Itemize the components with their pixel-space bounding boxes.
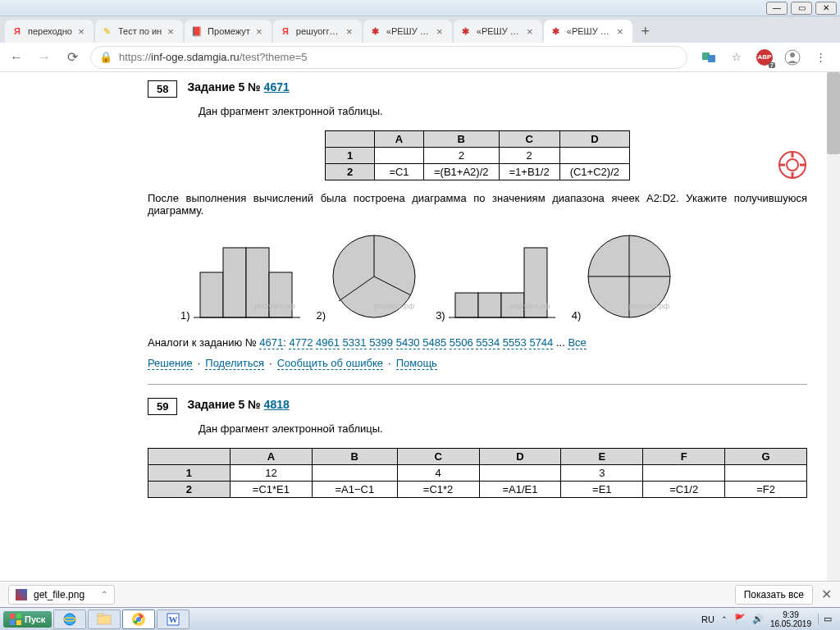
browser-tab[interactable]: ✎Тест по ин×: [95, 20, 183, 43]
spreadsheet-58: ABCD 122 2=C1=(B1+A2)/2=1+B1/2(C1+C2)/2: [325, 130, 630, 180]
analog-main-link[interactable]: 4671: [259, 336, 283, 349]
svg-rect-26: [16, 620, 21, 625]
window-close[interactable]: ✕: [815, 2, 837, 15]
svg-rect-8: [246, 248, 269, 317]
tab-close-icon[interactable]: ×: [614, 25, 626, 37]
tab-close-icon[interactable]: ×: [344, 25, 355, 37]
forward-button[interactable]: →: [34, 48, 54, 67]
taskbar-ie-icon[interactable]: [53, 609, 86, 629]
download-item[interactable]: get_file.png ⌃: [8, 585, 115, 605]
windows-taskbar: Пуск W RU ⌃ 🚩 🔊 9:3916.05.2019 ▭: [0, 607, 840, 630]
start-button[interactable]: Пуск: [3, 611, 52, 628]
analog-link[interactable]: 5553: [503, 336, 527, 349]
analog-link[interactable]: 5331: [343, 336, 367, 349]
tab-close-icon[interactable]: ×: [75, 25, 87, 37]
tab-favicon: ✱: [460, 25, 472, 37]
analog-link[interactable]: 5399: [369, 336, 393, 349]
svg-rect-25: [10, 620, 15, 625]
browser-toolbar: ← → ⟳ 🔒 https://inf-oge.sdamgia.ru/test?…: [0, 43, 840, 72]
tab-title: Промежут: [208, 26, 250, 36]
browser-tab[interactable]: ✱«РЕШУ ОГ×: [454, 20, 542, 43]
scrollbar-vertical[interactable]: [827, 72, 840, 581]
scroll-thumb[interactable]: [827, 72, 840, 154]
profile-icon[interactable]: [784, 49, 801, 66]
analog-link[interactable]: 4961: [316, 336, 340, 349]
tray-clock[interactable]: 9:3916.05.2019: [770, 610, 811, 628]
spreadsheet-59: ABCDEFG 11243 2=C1*E1=A1−C1=C1*2=A1/E1=E…: [148, 448, 807, 498]
task-id-link[interactable]: 4671: [264, 80, 290, 94]
tab-favicon: Я: [280, 25, 291, 37]
solution-link[interactable]: Решение: [148, 357, 193, 370]
browser-tab[interactable]: 📕Промежут×: [185, 20, 272, 43]
help-link[interactable]: Помощь: [396, 357, 437, 370]
reload-button[interactable]: ⟳: [62, 48, 82, 67]
tray-chevron-icon[interactable]: ⌃: [721, 615, 728, 623]
tab-title: переходно: [28, 26, 72, 36]
taskbar-chrome-icon[interactable]: [122, 609, 155, 629]
browser-tabbar: Япереходно×✎Тест по ин×📕Промежут×Ярешуог…: [0, 16, 840, 43]
address-bar[interactable]: 🔒 https://inf-oge.sdamgia.ru/test?theme=…: [90, 46, 687, 69]
url-text: https://inf-oge.sdamgia.ru/test?theme=5: [119, 51, 307, 63]
browser-tab[interactable]: Ярешуоггэ и×: [273, 20, 362, 43]
browser-tab[interactable]: Япереходно×: [5, 20, 94, 43]
svg-rect-15: [455, 293, 478, 317]
svg-rect-23: [10, 614, 15, 619]
tray-show-desktop[interactable]: ▭: [818, 614, 832, 624]
file-icon: [16, 589, 27, 600]
task-number: 58: [148, 80, 177, 98]
report-link[interactable]: Сообщить об ошибке: [277, 357, 383, 370]
chart-option-3[interactable]: 3) решуогэ.рф: [436, 240, 555, 322]
help-lifebuoy-icon[interactable]: [778, 150, 807, 180]
analog-link[interactable]: 5534: [476, 336, 500, 349]
window-titlebar: — ▭ ✕: [0, 0, 840, 16]
lock-icon: 🔒: [99, 51, 112, 63]
taskbar-word-icon[interactable]: W: [157, 609, 189, 629]
tab-title: «РЕШУ ОГ: [567, 26, 611, 36]
tray-flag-icon[interactable]: 🚩: [734, 614, 746, 624]
tab-close-icon[interactable]: ×: [434, 25, 445, 37]
adblock-icon[interactable]: ABP7: [756, 49, 773, 66]
chart-option-4[interactable]: 4) решуогэ.рф: [572, 231, 675, 322]
browser-tab[interactable]: ✱«РЕШУ ОГ×: [363, 20, 452, 43]
analog-all-link[interactable]: Все: [568, 336, 586, 349]
task-number: 59: [148, 398, 177, 415]
svg-rect-6: [200, 272, 223, 317]
task-id-link[interactable]: 4818: [264, 398, 290, 411]
browser-tab[interactable]: ✱«РЕШУ ОГ×: [544, 20, 632, 43]
tab-close-icon[interactable]: ×: [165, 25, 176, 37]
task-title: Задание 5 № 4671: [187, 80, 289, 94]
svg-rect-1: [708, 55, 715, 62]
chart-option-1[interactable]: 1) решуогэ.рф: [180, 240, 300, 322]
tab-close-icon[interactable]: ×: [524, 25, 536, 37]
taskbar-explorer-icon[interactable]: [88, 609, 121, 629]
close-download-bar[interactable]: ✕: [821, 587, 832, 602]
chart-option-2[interactable]: 2) решуогэ.рф: [317, 231, 420, 322]
analog-link[interactable]: 5744: [529, 336, 553, 349]
star-icon[interactable]: ☆: [728, 49, 745, 66]
tab-close-icon[interactable]: ×: [253, 25, 265, 37]
task-intro: Дан фраг­мент элек­трон­ной таблицы.: [199, 104, 807, 119]
show-all-downloads[interactable]: Показать все: [735, 585, 813, 605]
analog-link[interactable]: 5506: [450, 336, 473, 349]
menu-icon[interactable]: ⋮: [812, 49, 829, 66]
svg-text:W: W: [169, 614, 178, 624]
svg-rect-9: [269, 272, 292, 317]
svg-rect-30: [98, 614, 103, 616]
window-minimize[interactable]: —: [766, 2, 788, 15]
page-content: 58 Задание 5 № 4671 Дан фраг­мент элек­т…: [0, 72, 840, 581]
task-header-58: 58 Задание 5 № 4671: [148, 80, 807, 98]
tab-favicon: ✱: [550, 25, 562, 37]
language-indicator[interactable]: RU: [701, 614, 714, 624]
back-button[interactable]: ←: [7, 48, 26, 67]
download-filename: get_file.png: [34, 589, 84, 600]
gtranslate-icon[interactable]: [701, 49, 717, 66]
toolbar-icons: ☆ ABP7 ⋮: [696, 49, 833, 66]
analog-link[interactable]: 4772: [289, 336, 313, 349]
analog-link[interactable]: 5485: [422, 336, 446, 349]
analog-link[interactable]: 5430: [396, 336, 420, 349]
new-tab-button[interactable]: +: [634, 20, 657, 43]
window-maximize[interactable]: ▭: [791, 2, 812, 15]
tray-volume-icon[interactable]: 🔊: [752, 614, 764, 624]
download-bar: get_file.png ⌃ Показать все ✕: [0, 581, 840, 607]
share-link[interactable]: Поделиться: [205, 357, 264, 370]
